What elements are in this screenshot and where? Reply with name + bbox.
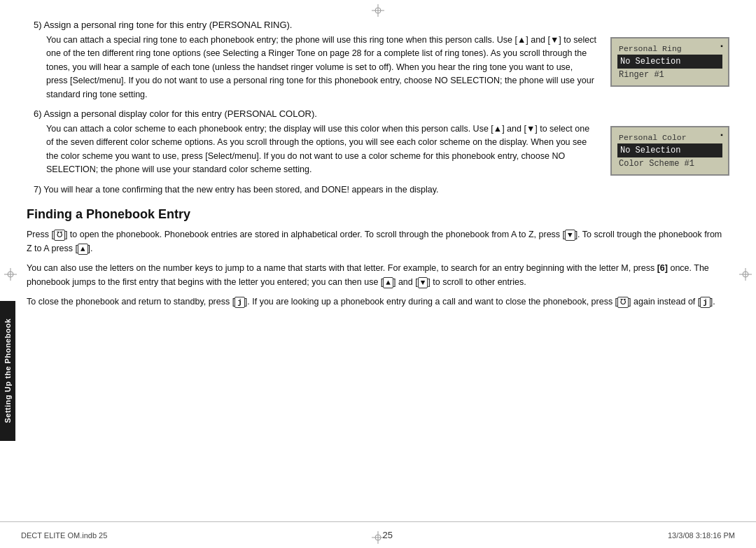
lcd-color-icon: ▪ xyxy=(720,130,724,141)
main-content: 5) Assign a personal ring tone for this … xyxy=(27,20,729,513)
lcd-personal-color: ▪ Personal Color No Selection Color Sche… xyxy=(610,126,729,176)
footer-left-text: DECT ELITE OM.indb 25 xyxy=(21,531,107,540)
lcd-color-item: Color Scheme #1 xyxy=(617,157,722,170)
close-key-symbol: j xyxy=(234,297,245,308)
down-arrow-key: ▼ xyxy=(565,230,575,241)
footer: DECT ELITE OM.indb 25 25 13/3/08 3:18:16… xyxy=(0,521,756,548)
up-key-2: ▲ xyxy=(383,277,393,288)
step-6-block: 6) Assign a personal display color for t… xyxy=(27,108,729,177)
phonebook-para-2: You can also use the letters on the numb… xyxy=(27,261,729,289)
step-5-body: You can attach a special ring tone to ea… xyxy=(27,34,603,101)
step-6-heading: 6) Assign a personal display color for t… xyxy=(27,108,729,119)
crosshair-top-icon xyxy=(372,4,384,17)
phonebook-para-1: Press [℧] to open the phonebook. Phonebo… xyxy=(27,227,729,255)
lcd-personal-ring: ▪ Personal Ring No Selection Ringer #1 xyxy=(610,37,729,87)
lcd-ring-icon: ▪ xyxy=(720,41,724,52)
step-5-text: You can attach a special ring tone to ea… xyxy=(27,34,603,101)
page-number: 25 xyxy=(382,530,392,540)
sidebar-tab-label: Setting Up the Phonebook xyxy=(4,318,12,423)
up-arrow-key: ▲ xyxy=(78,244,88,255)
crosshair-right-icon xyxy=(739,268,752,281)
lcd-color-header: Personal Color xyxy=(617,132,722,143)
step-5-heading: 5) Assign a personal ring tone for this … xyxy=(27,20,729,30)
down-key-2: ▼ xyxy=(418,277,428,288)
section-heading: Finding a Phonebook Entry xyxy=(27,207,729,222)
step-6-content: You can attach a color scheme to each ph… xyxy=(27,122,729,177)
step-6-text: You can attach a color scheme to each ph… xyxy=(27,122,603,177)
crosshair-left-icon xyxy=(4,268,17,281)
lcd-ring-item: Ringer #1 xyxy=(617,69,722,81)
page-container: Setting Up the Phonebook 5) Assign a per… xyxy=(0,0,756,548)
footer-right-text: 13/3/08 3:18:16 PM xyxy=(668,531,735,540)
phonebook-para-3: To close the phonebook and return to sta… xyxy=(27,295,729,309)
lcd-color-selected: No Selection xyxy=(617,143,722,157)
step-5-block: 5) Assign a personal ring tone for this … xyxy=(27,20,729,101)
lcd-ring-header: Personal Ring xyxy=(617,43,722,55)
step-5-content: You can attach a special ring tone to ea… xyxy=(27,34,729,101)
close-key-2: j xyxy=(700,297,710,308)
step-7-block: 7) You will hear a tone confirming that … xyxy=(27,183,729,197)
phonebook-open-key: ℧ xyxy=(617,297,629,308)
step-6-body: You can attach a color scheme to each ph… xyxy=(27,122,603,177)
phonebook-key-symbol: ℧ xyxy=(54,230,65,241)
sidebar-tab: Setting Up the Phonebook xyxy=(0,301,15,441)
lcd-ring-selected: No Selection xyxy=(617,55,722,69)
